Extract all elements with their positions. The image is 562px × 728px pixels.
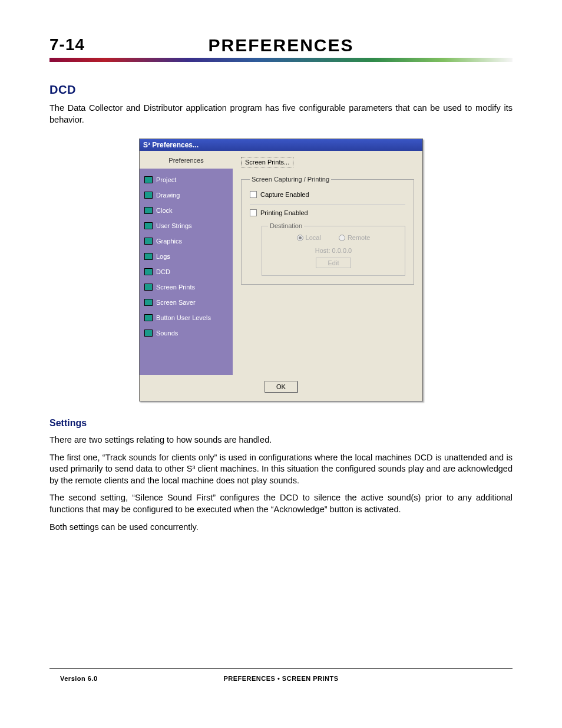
dialog-titlebar: S³ Preferences... [140,139,422,151]
settings-p2: The first one, “Track sounds for clients… [49,452,513,487]
screen-capturing-group: Screen Capturing / Printing Capture Enab… [241,176,414,285]
sidebar-item-graphics[interactable]: Graphics [140,233,233,249]
radio-icon [339,235,345,241]
folder-icon [144,207,153,214]
page-footer: Version 6.0 PREFERENCES • SCREEN PRINTS [49,668,513,682]
folder-icon [144,222,153,229]
radio-local[interactable]: Local [297,234,321,241]
sidebar-item-screen-prints[interactable]: Screen Prints [140,279,233,295]
folder-icon [144,268,153,275]
host-text: Host: 0.0.0.0 [268,247,399,254]
preferences-dialog: S³ Preferences... Preferences Project Dr… [139,139,423,401]
dcd-paragraph: The Data Collector and Distributor appli… [49,103,513,126]
sidebar-item-label: Project [156,176,176,183]
footer-title: PREFERENCES • SCREEN PRINTS [223,675,338,682]
settings-p4: Both settings can be used concurrently. [49,522,513,533]
destination-group: Destination Local Remote Host: 0.0.0 [262,222,405,276]
page-title: PREFERENCES [208,35,353,55]
radio-icon [297,235,303,241]
folder-icon [144,253,153,260]
sidebar-item-user-strings[interactable]: User Strings [140,218,233,233]
capture-enabled-label: Capture Enabled [260,191,309,198]
folder-icon [144,330,153,337]
dialog-content: Screen Prints... Screen Capturing / Prin… [233,151,422,375]
sidebar-item-dcd[interactable]: DCD [140,264,233,279]
dcd-heading: DCD [49,83,513,97]
sidebar-title: Preferences [140,151,233,169]
folder-icon [144,238,153,245]
dialog-sidebar: Preferences Project Drawing Clock User S… [140,151,233,375]
sidebar-item-label: Logs [156,253,170,260]
settings-p1: There are two settings relating to how s… [49,434,513,446]
folder-icon [144,176,153,183]
header-gradient [49,58,513,62]
screen-prints-button[interactable]: Screen Prints... [241,157,293,167]
group-legend: Screen Capturing / Printing [250,176,331,183]
printing-enabled-label: Printing Enabled [260,209,308,216]
folder-icon [144,284,153,291]
sidebar-item-label: Drawing [156,192,180,199]
sidebar-item-label: DCD [156,268,170,275]
sidebar-item-label: Sounds [156,330,178,337]
destination-legend: Destination [268,222,304,229]
radio-remote[interactable]: Remote [339,234,371,241]
sidebar-item-label: Screen Prints [156,284,195,291]
sidebar-item-logs[interactable]: Logs [140,249,233,264]
edit-button[interactable]: Edit [316,258,351,268]
sidebar-item-button-user-levels[interactable]: Button User Levels [140,310,233,325]
ok-button[interactable]: OK [265,381,297,393]
folder-icon [144,192,153,199]
sidebar-item-label: User Strings [156,222,192,229]
sidebar-item-label: Graphics [156,238,182,245]
sidebar-item-clock[interactable]: Clock [140,203,233,218]
footer-version: Version 6.0 [49,675,98,682]
printing-enabled-checkbox[interactable] [250,209,257,216]
folder-icon [144,314,153,321]
radio-remote-label: Remote [348,234,371,241]
page-number: 7-14 [49,35,85,54]
sidebar-item-screen-saver[interactable]: Screen Saver [140,295,233,310]
sidebar-item-drawing[interactable]: Drawing [140,187,233,203]
sidebar-item-project[interactable]: Project [140,172,233,187]
radio-local-label: Local [306,234,321,241]
sidebar-item-sounds[interactable]: Sounds [140,325,233,341]
sidebar-item-label: Clock [156,207,173,214]
capture-enabled-checkbox[interactable] [250,191,257,198]
sidebar-item-label: Screen Saver [156,299,196,306]
sidebar-item-label: Button User Levels [156,314,211,321]
settings-heading: Settings [49,418,513,429]
settings-p3: The second setting, “Silence Sound First… [49,492,513,515]
folder-icon [144,299,153,306]
